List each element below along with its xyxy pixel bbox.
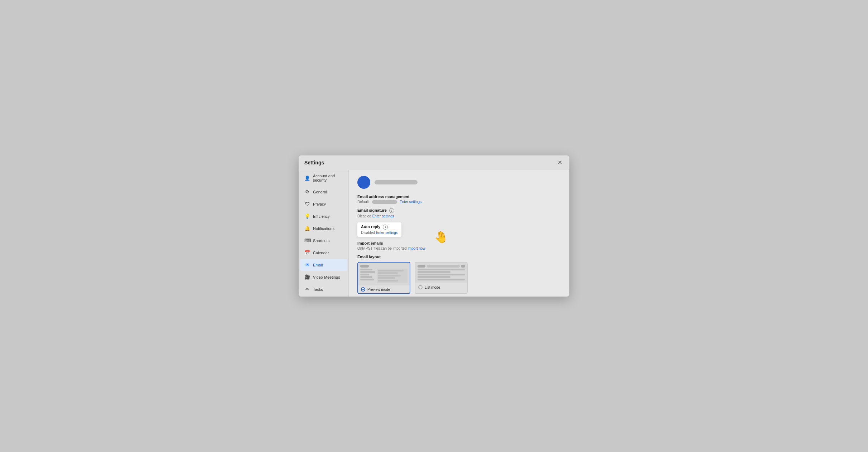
sidebar-item-account-security[interactable]: 👤 Account and security: [300, 170, 347, 186]
sidebar-label-efficiency: Efficiency: [313, 214, 330, 218]
detail-line-4: [378, 277, 395, 279]
list-line-3: [360, 274, 369, 275]
preview-list-col: [360, 269, 375, 283]
preview-mode-radio[interactable]: Preview mode: [358, 285, 410, 293]
sidebar-label-email: Email: [313, 263, 323, 267]
list-bar: [427, 265, 460, 268]
main-panel: Email address management Default: Enter …: [349, 170, 569, 297]
auto-reply-subtitle: Disabled Enter settings: [361, 231, 398, 235]
close-button[interactable]: ✕: [556, 159, 564, 166]
list-line-1: [360, 269, 372, 270]
preview-radio-circle: [361, 287, 365, 292]
list-row-4: [418, 276, 450, 278]
sidebar-label-tasks: Tasks: [313, 287, 323, 292]
list-mode-card[interactable]: List mode: [415, 262, 468, 294]
default-label: Default:: [357, 200, 370, 204]
email-signature-section: Email signature i Disabled Enter setting…: [357, 208, 561, 218]
content-area: 👤 Account and security ⚙ General 🛡 Priva…: [299, 170, 569, 297]
sidebar-item-notifications[interactable]: 🔔 Notifications: [300, 222, 347, 234]
detail-line-1: [378, 270, 404, 271]
import-emails-section: Import emails Only PST files can be impo…: [357, 241, 561, 250]
detail-line-5: [378, 280, 398, 282]
list-radio-circle: [418, 285, 423, 289]
default-value-bar: [372, 200, 397, 204]
sidebar-label-account: Account and security: [313, 174, 343, 182]
sidebar-item-internal-settings[interactable]: 🔧 Internal settings: [300, 295, 347, 297]
email-address-management-section: Email address management Default: Enter …: [357, 194, 561, 204]
email-signature-title: Email signature i: [357, 208, 561, 213]
sidebar-item-shortcuts[interactable]: ⌨ Shortcuts: [300, 235, 347, 246]
preview-mode-label: Preview mode: [367, 288, 390, 292]
email-address-enter-settings-link[interactable]: Enter settings: [400, 200, 421, 204]
sidebar-item-calendar[interactable]: 📅 Calendar: [300, 247, 347, 259]
list-mode-radio[interactable]: List mode: [415, 283, 467, 291]
name-bar: [375, 180, 418, 184]
sidebar-item-privacy[interactable]: 🛡 Privacy: [300, 198, 347, 210]
sidebar-label-privacy: Privacy: [313, 202, 326, 206]
list-line-5: [360, 279, 374, 280]
video-icon: 🎥: [304, 274, 310, 280]
keyboard-icon: ⌨: [304, 238, 310, 243]
settings-window: Settings ✕ 👤 Account and security ⚙ Gene…: [299, 155, 569, 297]
sidebar-label-notifications: Notifications: [313, 226, 334, 231]
sidebar-label-general: General: [313, 190, 327, 194]
calendar-icon: 📅: [304, 250, 310, 255]
email-address-subtitle: Default: Enter settings: [357, 200, 561, 204]
list-header-row: [418, 265, 465, 268]
titlebar: Settings ✕: [299, 155, 569, 170]
list-mode-label: List mode: [425, 285, 440, 289]
preview-split: [360, 269, 408, 283]
list-dot: [461, 265, 465, 268]
list-row-3: [418, 274, 465, 275]
sidebar: 👤 Account and security ⚙ General 🛡 Priva…: [299, 170, 349, 297]
email-icon: ✉: [304, 262, 310, 268]
sidebar-item-efficiency[interactable]: 💡 Efficiency: [300, 210, 347, 222]
sidebar-item-general[interactable]: ⚙ General: [300, 186, 347, 198]
email-address-title: Email address management: [357, 194, 561, 199]
import-now-link[interactable]: Import now: [408, 246, 425, 250]
auto-reply-highlight: Auto reply i Disabled Enter settings: [357, 222, 401, 237]
auto-reply-enter-settings-link[interactable]: Enter settings: [376, 231, 398, 235]
auto-reply-title: Auto reply i: [361, 225, 398, 230]
list-line-2: [360, 271, 375, 273]
layout-options: Preview mode: [357, 262, 561, 294]
list-oval: [418, 265, 425, 268]
email-layout-section: Email layout: [357, 255, 561, 294]
bulb-icon: 💡: [304, 213, 310, 219]
email-signature-enter-settings-link[interactable]: Enter settings: [372, 214, 394, 218]
sidebar-item-email[interactable]: ✉ Email: [300, 259, 347, 271]
import-emails-desc: Only PST files can be imported: [357, 246, 407, 250]
sidebar-label-shortcuts: Shortcuts: [313, 239, 329, 243]
email-signature-subtitle: Disabled Enter settings: [357, 214, 561, 218]
sidebar-label-video: Video Meetings: [313, 275, 340, 279]
sidebar-item-video-meetings[interactable]: 🎥 Video Meetings: [300, 271, 347, 283]
email-layout-title: Email layout: [357, 255, 561, 259]
shield-icon: 🛡: [304, 201, 310, 207]
import-emails-subtitle: Only PST files can be imported Import no…: [357, 246, 561, 250]
sidebar-item-tasks[interactable]: ✏ Tasks: [300, 283, 347, 295]
list-row-1: [418, 269, 465, 270]
bell-icon: 🔔: [304, 226, 310, 231]
preview-mode-card[interactable]: Preview mode: [357, 262, 410, 294]
detail-line-2: [378, 272, 398, 274]
list-row-5: [418, 279, 465, 280]
preview-detail-col: [377, 269, 408, 283]
preview-oval: [360, 265, 369, 268]
list-line-4: [360, 276, 372, 278]
list-row-2: [418, 271, 450, 273]
preview-mode-preview: [358, 263, 410, 285]
auto-reply-info-icon[interactable]: i: [383, 225, 388, 230]
person-icon: 👤: [304, 175, 310, 181]
window-title: Settings: [304, 160, 324, 165]
auto-reply-status: Disabled: [361, 231, 375, 235]
gear-icon: ⚙: [304, 189, 310, 194]
import-emails-title: Import emails: [357, 241, 561, 245]
preview-oval-row: [360, 265, 408, 268]
email-signature-info-icon[interactable]: i: [389, 208, 394, 213]
tasks-icon: ✏: [304, 287, 310, 292]
detail-line-3: [378, 275, 401, 277]
avatar: [357, 176, 370, 189]
profile-row: [357, 176, 561, 189]
list-mode-preview: [415, 263, 467, 283]
email-signature-status: Disabled: [357, 214, 371, 218]
